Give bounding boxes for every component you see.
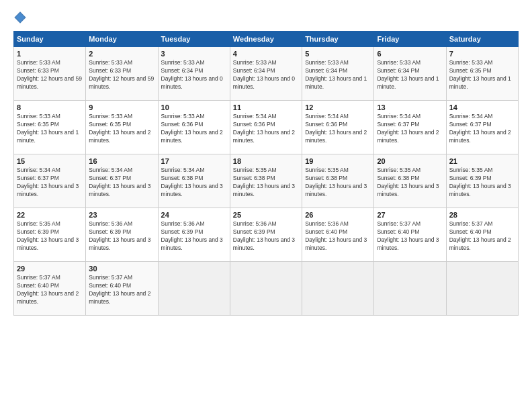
calendar-day-24: 24Sunrise: 5:36 AMSunset: 6:39 PMDayligh… [158,208,230,262]
day-info: Sunrise: 5:36 AMSunset: 6:40 PMDaylight:… [305,220,371,253]
calendar-day-13: 13Sunrise: 5:34 AMSunset: 6:37 PMDayligh… [374,101,446,154]
calendar-day-20: 20Sunrise: 5:35 AMSunset: 6:38 PMDayligh… [374,154,446,208]
empty-cell [230,262,302,316]
day-info: Sunrise: 5:33 AMSunset: 6:33 PMDaylight:… [17,59,83,91]
calendar-day-22: 22Sunrise: 5:35 AMSunset: 6:39 PMDayligh… [14,208,86,262]
day-number: 8 [17,103,83,111]
calendar-day-6: 6Sunrise: 5:33 AMSunset: 6:34 PMDaylight… [374,47,446,101]
day-info: Sunrise: 5:34 AMSunset: 6:37 PMDaylight:… [449,113,515,145]
calendar-day-9: 9Sunrise: 5:33 AMSunset: 6:35 PMDaylight… [86,101,158,154]
day-number: 12 [305,103,371,111]
day-info: Sunrise: 5:33 AMSunset: 6:35 PMDaylight:… [449,59,515,91]
calendar-day-23: 23Sunrise: 5:36 AMSunset: 6:39 PMDayligh… [86,208,158,262]
empty-cell [374,262,446,316]
calendar-header-sunday: Sunday [14,32,86,47]
calendar-week-5: 29Sunrise: 5:37 AMSunset: 6:40 PMDayligh… [14,262,519,316]
calendar-day-19: 19Sunrise: 5:35 AMSunset: 6:38 PMDayligh… [302,154,374,208]
day-info: Sunrise: 5:35 AMSunset: 6:38 PMDaylight:… [305,167,371,199]
calendar-header-wednesday: Wednesday [230,32,302,47]
header [13,11,519,24]
calendar-day-12: 12Sunrise: 5:34 AMSunset: 6:36 PMDayligh… [302,101,374,154]
calendar-day-2: 2Sunrise: 5:33 AMSunset: 6:33 PMDaylight… [86,47,158,101]
day-info: Sunrise: 5:36 AMSunset: 6:39 PMDaylight:… [89,220,154,253]
day-info: Sunrise: 5:33 AMSunset: 6:34 PMDaylight:… [305,59,371,91]
day-number: 27 [377,211,443,219]
calendar-day-27: 27Sunrise: 5:37 AMSunset: 6:40 PMDayligh… [374,208,446,262]
day-info: Sunrise: 5:33 AMSunset: 6:35 PMDaylight:… [17,113,83,145]
calendar-day-11: 11Sunrise: 5:34 AMSunset: 6:36 PMDayligh… [230,101,302,154]
day-number: 2 [89,50,154,58]
empty-cell [158,262,230,316]
calendar-day-21: 21Sunrise: 5:35 AMSunset: 6:39 PMDayligh… [446,154,518,208]
calendar-day-16: 16Sunrise: 5:34 AMSunset: 6:37 PMDayligh… [86,154,158,208]
day-number: 26 [305,211,371,219]
day-info: Sunrise: 5:33 AMSunset: 6:35 PMDaylight:… [89,113,154,145]
day-number: 22 [17,211,83,219]
logo-icon [13,11,27,24]
day-number: 29 [17,265,83,273]
day-info: Sunrise: 5:33 AMSunset: 6:36 PMDaylight:… [161,113,227,145]
day-info: Sunrise: 5:37 AMSunset: 6:40 PMDaylight:… [377,220,443,253]
day-info: Sunrise: 5:36 AMSunset: 6:39 PMDaylight:… [161,220,227,253]
calendar-day-8: 8Sunrise: 5:33 AMSunset: 6:35 PMDaylight… [14,101,86,154]
day-number: 17 [161,157,227,165]
logo [13,11,30,24]
day-number: 11 [233,103,299,111]
calendar-day-14: 14Sunrise: 5:34 AMSunset: 6:37 PMDayligh… [446,101,518,154]
day-info: Sunrise: 5:34 AMSunset: 6:36 PMDaylight:… [233,113,299,145]
day-info: Sunrise: 5:36 AMSunset: 6:39 PMDaylight:… [233,220,299,253]
day-number: 10 [161,103,227,111]
day-info: Sunrise: 5:37 AMSunset: 6:40 PMDaylight:… [89,274,154,306]
day-number: 6 [377,50,443,58]
calendar-day-3: 3Sunrise: 5:33 AMSunset: 6:34 PMDaylight… [158,47,230,101]
day-info: Sunrise: 5:34 AMSunset: 6:37 PMDaylight:… [377,113,443,145]
day-number: 9 [89,103,154,111]
calendar-day-26: 26Sunrise: 5:36 AMSunset: 6:40 PMDayligh… [302,208,374,262]
day-info: Sunrise: 5:34 AMSunset: 6:38 PMDaylight:… [161,167,227,199]
day-number: 16 [89,157,154,165]
calendar-day-30: 30Sunrise: 5:37 AMSunset: 6:40 PMDayligh… [86,262,158,316]
day-number: 24 [161,211,227,219]
calendar-day-4: 4Sunrise: 5:33 AMSunset: 6:34 PMDaylight… [230,47,302,101]
calendar-week-3: 15Sunrise: 5:34 AMSunset: 6:37 PMDayligh… [14,154,519,208]
day-info: Sunrise: 5:34 AMSunset: 6:37 PMDaylight:… [17,167,83,199]
day-info: Sunrise: 5:35 AMSunset: 6:39 PMDaylight:… [449,167,515,199]
day-number: 19 [305,157,371,165]
day-info: Sunrise: 5:35 AMSunset: 6:38 PMDaylight:… [233,167,299,199]
day-info: Sunrise: 5:34 AMSunset: 6:36 PMDaylight:… [305,113,371,145]
page: SundayMondayTuesdayWednesdayThursdayFrid… [0,0,532,411]
calendar-header-saturday: Saturday [446,32,518,47]
day-number: 7 [449,50,515,58]
calendar-header-friday: Friday [374,32,446,47]
calendar-header-row: SundayMondayTuesdayWednesdayThursdayFrid… [14,32,519,47]
calendar-day-1: 1Sunrise: 5:33 AMSunset: 6:33 PMDaylight… [14,47,86,101]
day-info: Sunrise: 5:35 AMSunset: 6:39 PMDaylight:… [17,220,83,253]
calendar-header-thursday: Thursday [302,32,374,47]
calendar-week-1: 1Sunrise: 5:33 AMSunset: 6:33 PMDaylight… [14,47,519,101]
day-number: 14 [449,103,515,111]
day-number: 25 [233,211,299,219]
calendar-header-tuesday: Tuesday [158,32,230,47]
empty-cell [446,262,518,316]
calendar-week-4: 22Sunrise: 5:35 AMSunset: 6:39 PMDayligh… [14,208,519,262]
calendar-day-17: 17Sunrise: 5:34 AMSunset: 6:38 PMDayligh… [158,154,230,208]
day-number: 13 [377,103,443,111]
day-number: 30 [89,265,154,273]
day-info: Sunrise: 5:33 AMSunset: 6:34 PMDaylight:… [377,59,443,91]
calendar-table: SundayMondayTuesdayWednesdayThursdayFrid… [13,31,519,316]
calendar-header-monday: Monday [86,32,158,47]
day-info: Sunrise: 5:33 AMSunset: 6:34 PMDaylight:… [161,59,227,91]
calendar-day-15: 15Sunrise: 5:34 AMSunset: 6:37 PMDayligh… [14,154,86,208]
day-info: Sunrise: 5:37 AMSunset: 6:40 PMDaylight:… [449,220,515,253]
day-info: Sunrise: 5:33 AMSunset: 6:34 PMDaylight:… [233,59,299,91]
day-number: 23 [89,211,154,219]
calendar-day-5: 5Sunrise: 5:33 AMSunset: 6:34 PMDaylight… [302,47,374,101]
day-number: 18 [233,157,299,165]
day-number: 15 [17,157,83,165]
day-number: 3 [161,50,227,58]
day-info: Sunrise: 5:37 AMSunset: 6:40 PMDaylight:… [17,274,83,306]
day-info: Sunrise: 5:35 AMSunset: 6:38 PMDaylight:… [377,167,443,199]
calendar-day-25: 25Sunrise: 5:36 AMSunset: 6:39 PMDayligh… [230,208,302,262]
calendar-day-10: 10Sunrise: 5:33 AMSunset: 6:36 PMDayligh… [158,101,230,154]
day-info: Sunrise: 5:33 AMSunset: 6:33 PMDaylight:… [89,59,154,91]
